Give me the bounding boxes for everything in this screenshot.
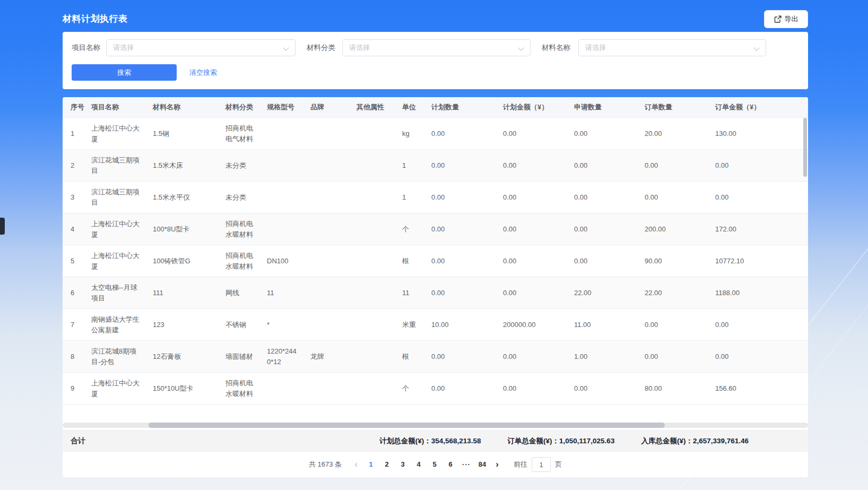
table-row: 5上海松江中心大 厦100铸铁管G招商机电 水暖材料DN100根0.000.00… bbox=[63, 245, 808, 277]
filter-panel: 项目名称 请选择 材料分类 请选择 材料名称 请选择 搜索 清空搜索 bbox=[63, 32, 808, 89]
page-button-84[interactable]: 84 bbox=[474, 457, 490, 472]
pagination-ellipsis: ··· bbox=[458, 457, 474, 472]
cell-order_amt: 10772.10 bbox=[715, 256, 808, 267]
cell-material: 111 bbox=[153, 288, 225, 298]
material-name-label: 材料名称 bbox=[542, 39, 570, 56]
cell-category: 未分类 bbox=[225, 192, 267, 203]
export-button[interactable]: 导出 bbox=[764, 10, 808, 28]
cell-idx: 5 bbox=[63, 256, 91, 267]
cell-req_qty: 0.00 bbox=[574, 224, 645, 235]
export-label: 导出 bbox=[785, 14, 798, 24]
col-header-attributes: 其他属性 bbox=[357, 102, 402, 113]
cell-idx: 3 bbox=[63, 192, 91, 203]
page-title: 材料计划执行表 bbox=[63, 13, 128, 25]
cell-brand: 龙牌 bbox=[310, 351, 357, 362]
horizontal-scrollbar-track[interactable] bbox=[63, 423, 808, 428]
goto-label: 前往 bbox=[514, 460, 527, 469]
clear-search-link[interactable]: 清空搜索 bbox=[189, 64, 217, 81]
summary-row: 合计 计划总金额(¥)：354,568,213.58 订单总金额(¥)：1,05… bbox=[63, 430, 808, 452]
cell-idx: 4 bbox=[63, 224, 91, 235]
cell-req_qty: 1.00 bbox=[574, 351, 645, 362]
cell-order_qty: 90.00 bbox=[645, 256, 715, 267]
cell-req_qty: 0.00 bbox=[574, 128, 645, 139]
cell-plan_amt: 0.00 bbox=[503, 128, 574, 139]
cell-material: 100铸铁管G bbox=[153, 256, 225, 267]
next-page-icon[interactable]: › bbox=[490, 459, 504, 470]
summary-label: 合计 bbox=[63, 436, 85, 446]
search-button[interactable]: 搜索 bbox=[72, 64, 177, 81]
table-row: 1上海松江中心大 厦1.5钢招商机电 电气材料kg0.000.000.0020.… bbox=[63, 118, 808, 150]
vertical-scrollbar[interactable] bbox=[803, 118, 807, 177]
table-row: 7南钢盛达大学生 公寓新建123不锈钢*米重10.00200000.0011.0… bbox=[63, 309, 808, 341]
cell-project: 滨江花城8期项 目-分包 bbox=[91, 346, 153, 367]
cell-plan_amt: 0.00 bbox=[503, 383, 574, 394]
cell-idx: 6 bbox=[63, 288, 91, 298]
cell-plan_amt: 0.00 bbox=[503, 192, 574, 203]
page-button-1[interactable]: 1 bbox=[363, 457, 379, 472]
order-total: 订单总金额(¥)：1,050,117,025.63 bbox=[508, 436, 615, 446]
cell-plan_amt: 0.00 bbox=[503, 351, 574, 362]
material-name-select[interactable]: 请选择 bbox=[578, 39, 766, 56]
goto-page-input[interactable] bbox=[532, 457, 551, 472]
cell-plan_amt: 0.00 bbox=[503, 256, 574, 267]
cell-order_amt: 156.60 bbox=[715, 383, 808, 394]
cell-project: 上海松江中心大 厦 bbox=[91, 123, 153, 144]
page-button-6[interactable]: 6 bbox=[442, 457, 458, 472]
cell-order_qty: 80.00 bbox=[645, 383, 715, 394]
cell-category: 网线 bbox=[225, 288, 267, 298]
page-button-4[interactable]: 4 bbox=[411, 457, 427, 472]
table-row: 2滨江花城三期项 目1.5米木床未分类10.000.000.000.000.00 bbox=[63, 150, 808, 182]
cell-req_qty: 0.00 bbox=[574, 160, 645, 171]
horizontal-scrollbar[interactable] bbox=[149, 423, 665, 428]
cell-category: 未分类 bbox=[225, 160, 267, 171]
table-row: 3滨江花城三期项 目1.5米水平仪未分类10.000.000.000.000.0… bbox=[63, 182, 808, 213]
project-name-select[interactable]: 请选择 bbox=[106, 39, 296, 56]
material-category-select[interactable]: 请选择 bbox=[342, 39, 531, 56]
cell-plan_qty: 0.00 bbox=[431, 256, 503, 267]
cell-order_amt: 0.00 bbox=[715, 160, 808, 171]
cell-material: 12石膏板 bbox=[153, 351, 225, 362]
cell-project: 上海松江中心大 厦 bbox=[91, 219, 153, 240]
cell-order_qty: 200.00 bbox=[645, 224, 715, 235]
cell-plan_amt: 0.00 bbox=[503, 160, 574, 171]
cell-idx: 9 bbox=[63, 383, 91, 394]
cell-spec: DN100 bbox=[267, 256, 310, 267]
col-header-project: 项目名称 bbox=[91, 102, 153, 113]
cell-order_amt: 172.00 bbox=[715, 224, 808, 235]
table-row: 9上海松江中心大 厦150*10U型卡招商机电 水暖材料个0.000.000.0… bbox=[63, 373, 808, 405]
cell-unit: 1 bbox=[402, 160, 431, 171]
cell-order_amt: 0.00 bbox=[715, 351, 808, 362]
cell-unit: 根 bbox=[402, 256, 431, 267]
cell-plan_qty: 10.00 bbox=[431, 320, 503, 330]
cell-category: 招商机电 水暖材料 bbox=[225, 378, 267, 399]
prev-page-icon[interactable]: ‹ bbox=[349, 459, 363, 470]
cell-idx: 7 bbox=[63, 320, 91, 330]
col-header-request-qty: 申请数量 bbox=[574, 102, 645, 113]
table-row: 8滨江花城8期项 目-分包12石膏板墙面辅材1220*244 0*12龙牌根0.… bbox=[63, 341, 808, 373]
chevron-down-icon bbox=[518, 45, 524, 50]
page-button-3[interactable]: 3 bbox=[395, 457, 411, 472]
col-header-order-amount: 订单金额（¥） bbox=[715, 102, 808, 113]
page-button-5[interactable]: 5 bbox=[427, 457, 442, 472]
cell-category: 墙面辅材 bbox=[225, 351, 267, 362]
cell-order_qty: 0.00 bbox=[645, 192, 715, 203]
cell-order_qty: 20.00 bbox=[645, 128, 715, 139]
cell-plan_qty: 0.00 bbox=[431, 128, 503, 139]
col-header-plan-qty: 计划数量 bbox=[431, 102, 503, 113]
cell-unit: 个 bbox=[402, 383, 431, 394]
inbound-total: 入库总金额(¥)：2,657,339,761.46 bbox=[641, 436, 749, 446]
col-header-material: 材料名称 bbox=[153, 102, 225, 113]
material-category-placeholder: 请选择 bbox=[349, 43, 370, 53]
data-table: 序号 项目名称 材料名称 材料分类 规格型号 品牌 其他属性 单位 计划数量 计… bbox=[63, 97, 808, 477]
col-header-category: 材料分类 bbox=[225, 102, 267, 113]
cell-unit: 个 bbox=[402, 224, 431, 235]
cell-spec: * bbox=[267, 320, 310, 330]
cell-order_amt: 1188.00 bbox=[715, 288, 808, 298]
page-button-2[interactable]: 2 bbox=[379, 457, 395, 472]
cell-req_qty: 11.00 bbox=[574, 320, 645, 330]
col-header-plan-amount: 计划金额（¥） bbox=[503, 102, 574, 113]
cell-plan_qty: 0.00 bbox=[431, 351, 503, 362]
drawer-handle[interactable] bbox=[0, 218, 5, 235]
pagination-bar: 共 1673 条 ‹ 123456···84 › 前往 页 bbox=[63, 452, 808, 477]
cell-material: 100*8U型卡 bbox=[153, 224, 225, 235]
